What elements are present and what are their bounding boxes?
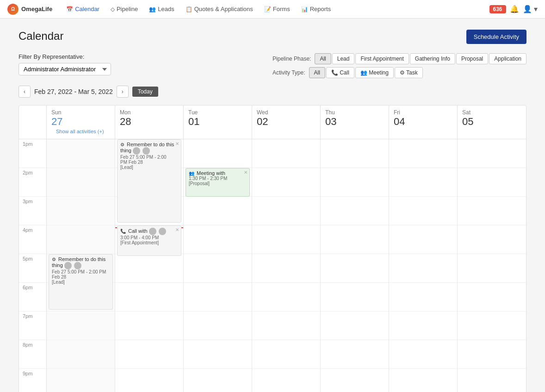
fri-5pm — [389, 254, 457, 283]
task-icon: ⚙ — [52, 257, 56, 262]
phase-first-appointment-button[interactable]: First Appointment — [355, 53, 409, 64]
person-avatar3 — [133, 147, 140, 155]
page-header: Calendar Schedule Activity — [19, 30, 526, 44]
tue-8pm — [184, 340, 252, 369]
person-avatar6 — [159, 228, 166, 235]
day-col-sat — [458, 139, 526, 392]
nav-quotes[interactable]: 📋 Quotes & Applications — [181, 3, 258, 15]
cal-header-thu: Thu 03 — [321, 106, 389, 139]
schedule-activity-button[interactable]: Schedule Activity — [466, 30, 526, 44]
day-name-tue: Tue — [188, 109, 247, 116]
wed-1pm — [252, 139, 320, 168]
day-num-thu: 03 — [325, 116, 384, 128]
nav-leads[interactable]: 👥 Leads — [144, 3, 179, 15]
event-tue-title: 👥 Meeting with — [189, 170, 247, 176]
phase-application-button[interactable]: Application — [489, 53, 526, 64]
sun-9pm — [47, 369, 115, 392]
cal-header-mon: Mon 28 — [115, 106, 184, 139]
user-avatar[interactable]: 👤 ▾ — [523, 5, 538, 13]
event-tue-tag: [Proposal] — [189, 181, 247, 186]
header-spacer — [19, 106, 47, 139]
activity-type-buttons: All 📞 Call 👥 Meeting ⚙ Task — [309, 67, 423, 78]
wed-3pm — [252, 197, 320, 225]
sat-3pm — [458, 197, 526, 225]
sat-5pm — [458, 254, 526, 283]
cal-header-tue: Tue 01 — [184, 106, 252, 139]
tue-7pm — [184, 311, 252, 340]
activity-all-button[interactable]: All — [309, 67, 325, 78]
today-button[interactable]: Today — [132, 87, 158, 97]
main-content: Calendar Schedule Activity Filter By Rep… — [0, 19, 545, 392]
prev-week-button[interactable]: ‹ — [19, 86, 31, 98]
fri-8pm — [389, 340, 457, 369]
filters-row: Filter By Representative: Administrator … — [19, 53, 526, 78]
wed-8pm — [252, 340, 320, 369]
sat-8pm — [458, 340, 526, 369]
time-column: 1pm 2pm 3pm 4pm 5pm 6pm 7pm 8pm 9pm — [19, 139, 47, 392]
activity-label: Activity Type: — [272, 69, 305, 76]
phase-proposal-button[interactable]: Proposal — [456, 53, 488, 64]
event-mon-call-title: 📞 Call with — [120, 228, 178, 235]
nav-calendar[interactable]: 📅 Calendar — [62, 3, 104, 15]
day-col-fri — [389, 139, 458, 392]
event-tue-close[interactable]: ✕ — [244, 170, 248, 175]
navbar-right: 636 🔔 👤 ▾ — [489, 5, 538, 13]
page-title: Calendar — [19, 30, 63, 43]
event-mon-tag: [Lead] — [120, 165, 178, 170]
sat-9pm — [458, 369, 526, 392]
brand-logo: Ω — [7, 4, 19, 15]
calendar-container: Sun 27 Show all activities (+) Mon 28 Tu… — [19, 105, 526, 392]
cal-header-sun: Sun 27 Show all activities (+) — [47, 106, 115, 139]
wed-6pm — [252, 283, 320, 311]
time-1pm: 1pm — [19, 139, 46, 168]
rep-select[interactable]: Administrator Administrator — [19, 63, 111, 75]
filter-rep-label: Filter By Representative: — [19, 53, 111, 60]
call-icon: 📞 — [120, 229, 126, 234]
mon-5pm — [115, 254, 183, 283]
activity-meeting-button[interactable]: 👥 Meeting — [355, 67, 394, 78]
time-4pm: 4pm — [19, 225, 46, 254]
thu-6pm — [321, 283, 389, 311]
tue-4pm — [184, 225, 252, 254]
event-mon-task[interactable]: ✕ ⚙ Remember to do this thing Feb 27 5:0… — [117, 139, 181, 223]
day-col-thu — [321, 139, 389, 392]
notification-badge[interactable]: 636 — [489, 5, 506, 13]
nav-forms[interactable]: 📝 Forms — [260, 3, 295, 15]
calendar-header: Sun 27 Show all activities (+) Mon 28 Tu… — [19, 106, 526, 139]
event-tue-meeting[interactable]: ✕ 👥 Meeting with 1:30 PM - 2:30 PM [Prop… — [186, 168, 250, 197]
show-activities-link[interactable]: Show all activities (+) — [51, 128, 110, 135]
fri-9pm — [389, 369, 457, 392]
event-sun-title: ⚙ Remember to do this thing — [52, 256, 110, 269]
day-name-wed: Wed — [257, 109, 316, 116]
thu-9pm — [321, 369, 389, 392]
days-grid: ⚙ Remember to do this thing Feb 27 5:00 … — [47, 139, 526, 392]
event-mon-title: ⚙ Remember to do this thing — [120, 142, 178, 155]
phase-all-button[interactable]: All — [315, 53, 331, 64]
event-mon-close[interactable]: ✕ — [175, 141, 179, 146]
activity-call-button[interactable]: 📞 Call — [326, 67, 354, 78]
thu-1pm — [321, 139, 389, 168]
mon-9pm — [115, 369, 183, 392]
nav-reports[interactable]: 📊 Reports — [297, 3, 336, 15]
event-mon-call[interactable]: ✕ 📞 Call with 3:00 PM - 4:00 PM [First A… — [117, 225, 181, 256]
activity-task-button[interactable]: ⚙ Task — [395, 67, 423, 78]
time-3pm: 3pm — [19, 197, 46, 225]
next-week-button[interactable]: › — [117, 86, 129, 98]
phase-gathering-info-button[interactable]: Gathering Info — [410, 53, 455, 64]
day-name-mon: Mon — [120, 109, 179, 116]
mon-6pm — [115, 283, 183, 311]
sun-8pm — [47, 340, 115, 369]
event-sun-task[interactable]: ⚙ Remember to do this thing Feb 27 5:00 … — [49, 254, 113, 310]
tue-6pm — [184, 283, 252, 311]
cal-header-fri: Fri 04 — [389, 106, 458, 139]
forms-icon: 📝 — [264, 6, 271, 12]
day-name-thu: Thu — [325, 109, 384, 116]
pipeline-label: Pipeline Phase: — [272, 56, 311, 62]
nav-pipeline[interactable]: ◇ Pipeline — [106, 3, 142, 15]
fri-2pm — [389, 168, 457, 197]
sun-7pm — [47, 311, 115, 340]
phase-lead-button[interactable]: Lead — [332, 53, 355, 64]
event-mon-call-close[interactable]: ✕ — [175, 227, 179, 232]
activity-type-filter: Activity Type: All 📞 Call 👥 Meeting ⚙ Ta… — [272, 67, 526, 78]
bell-icon[interactable]: 🔔 — [510, 5, 519, 13]
